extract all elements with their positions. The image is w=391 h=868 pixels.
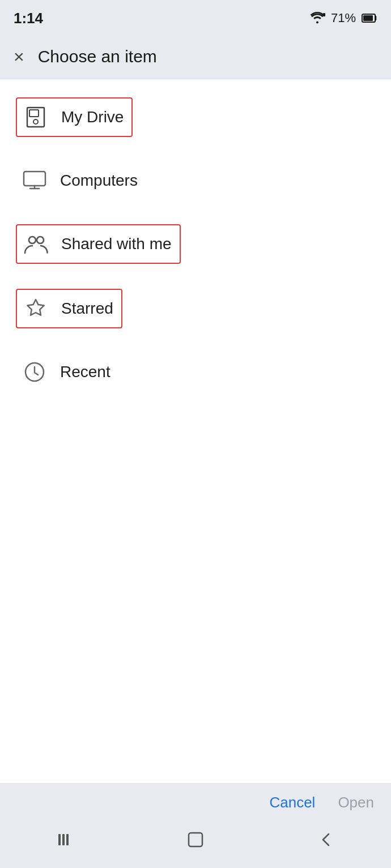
bottom-actions: Cancel Open: [0, 794, 391, 811]
wifi-icon: [309, 12, 325, 24]
svg-point-7: [29, 237, 36, 243]
menu-item-shared-with-me[interactable]: Shared with me: [0, 212, 391, 276]
status-time: 1:14: [14, 10, 43, 27]
svg-rect-11: [62, 834, 65, 845]
star-icon: [22, 294, 50, 323]
close-button[interactable]: ×: [14, 48, 24, 66]
nav-menu-icon[interactable]: [51, 828, 79, 851]
shared-with-me-inner: Shared with me: [16, 224, 181, 264]
my-drive-label: My Drive: [61, 108, 124, 126]
drive-icon: [22, 103, 50, 131]
header-title: Choose an item: [38, 47, 157, 66]
nav-back-icon[interactable]: [312, 828, 340, 851]
header: × Choose an item: [0, 34, 391, 79]
svg-rect-4: [29, 110, 39, 117]
shared-with-me-label: Shared with me: [61, 235, 172, 253]
menu-item-my-drive[interactable]: My Drive: [0, 85, 391, 149]
svg-point-5: [33, 119, 38, 124]
status-bar: 1:14 71%: [0, 0, 391, 34]
battery-icon: [362, 13, 377, 23]
svg-rect-13: [189, 833, 202, 846]
main-content: My Drive Computers: [0, 79, 391, 783]
menu-item-computers[interactable]: Computers: [0, 149, 391, 212]
menu-item-recent[interactable]: Recent: [0, 341, 391, 403]
nav-bar: [0, 820, 391, 862]
cancel-button[interactable]: Cancel: [269, 794, 315, 811]
recent-label: Recent: [60, 363, 110, 381]
svg-point-8: [37, 237, 44, 243]
shared-icon: [22, 230, 50, 258]
svg-rect-12: [66, 834, 69, 845]
svg-rect-6: [24, 172, 45, 186]
computers-inner: Computers: [16, 162, 146, 199]
svg-rect-10: [58, 834, 61, 845]
nav-home-icon[interactable]: [181, 828, 210, 851]
battery-indicator: 71%: [331, 11, 356, 25]
bottom-bar: Cancel Open: [0, 783, 391, 868]
status-icons: 71%: [309, 11, 377, 25]
clock-icon: [20, 358, 49, 386]
computer-icon: [20, 166, 49, 195]
svg-rect-2: [363, 15, 373, 21]
starred-inner: Starred: [16, 289, 122, 328]
open-button[interactable]: Open: [338, 794, 374, 811]
starred-label: Starred: [61, 300, 113, 318]
computers-label: Computers: [60, 172, 138, 190]
my-drive-inner: My Drive: [16, 97, 133, 137]
recent-inner: Recent: [16, 353, 118, 391]
menu-item-starred[interactable]: Starred: [0, 276, 391, 341]
